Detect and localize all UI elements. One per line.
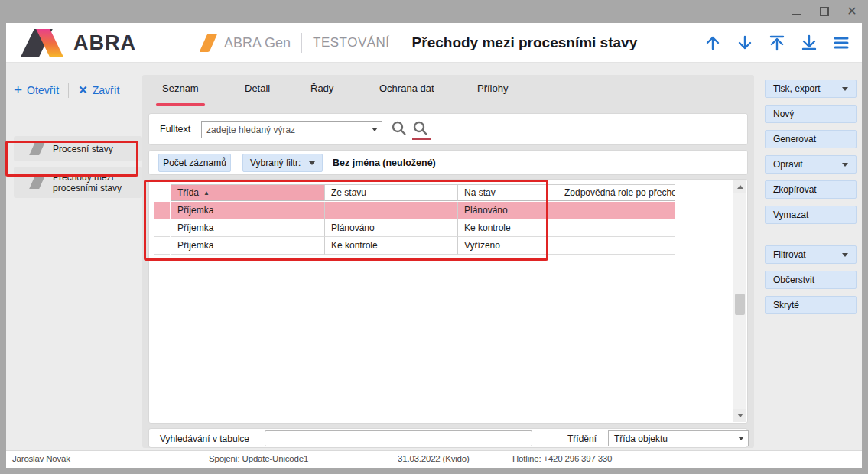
- table-search-input[interactable]: [265, 430, 532, 446]
- abra-slash-icon: [200, 34, 218, 52]
- status-connection: Spojení: Update-Unicode1: [209, 454, 308, 463]
- column-header-trida[interactable]: Třída ▲: [171, 184, 325, 201]
- maximize-icon[interactable]: [819, 6, 830, 17]
- chevron-down-icon: [734, 431, 748, 446]
- abra-logo-icon: [23, 29, 67, 57]
- status-hotline: Hotline: +420 296 397 330: [512, 454, 612, 463]
- open-button[interactable]: + Otevřít: [14, 84, 59, 96]
- column-header-ze-stavu[interactable]: Ze stavu: [325, 184, 458, 201]
- selected-filter-button[interactable]: Vybraný filtr:: [242, 154, 323, 172]
- sort-label: Třídění: [567, 433, 597, 444]
- slash-icon: [29, 142, 45, 155]
- arrow-up-icon[interactable]: [703, 33, 723, 53]
- record-count-button[interactable]: Počet záznamů: [158, 154, 231, 172]
- page-title: Přechody mezi procesními stavy: [412, 34, 638, 51]
- table-row[interactable]: Příjemka Plánováno Ke kontrole: [154, 219, 730, 237]
- close-tab-button[interactable]: ✕ Zavřít: [78, 83, 119, 97]
- scroll-up-icon[interactable]: [733, 180, 746, 193]
- new-button[interactable]: Nový: [765, 105, 857, 123]
- search-advanced-icon[interactable]: [412, 120, 431, 140]
- generate-button[interactable]: Generovat: [765, 130, 857, 148]
- row-indicator: [154, 237, 170, 255]
- hidden-button[interactable]: Skryté: [765, 296, 857, 314]
- plus-icon: +: [14, 85, 22, 96]
- tab-detail[interactable]: Detail: [245, 83, 270, 106]
- table-search-label: Vyhledávání v tabulce: [160, 433, 249, 444]
- scroll-down-icon[interactable]: [733, 409, 746, 422]
- chevron-down-icon: [309, 161, 315, 165]
- close-button-label: Zavřít: [93, 84, 120, 96]
- open-button-label: Otevřít: [27, 84, 59, 96]
- fulltext-input[interactable]: [202, 125, 368, 135]
- fulltext-bar: Fulltext: [148, 113, 748, 145]
- hamburger-menu-icon[interactable]: [831, 33, 851, 53]
- table-row[interactable]: Příjemka Plánováno: [154, 202, 730, 219]
- edit-button[interactable]: Opravit: [765, 155, 857, 174]
- status-user: Jaroslav Novák: [12, 454, 70, 463]
- app-name: ABRA Gen: [224, 35, 291, 51]
- arrow-down-icon[interactable]: [735, 33, 755, 53]
- filter-button[interactable]: Filtrovat: [765, 245, 857, 264]
- chevron-down-icon: [842, 87, 848, 91]
- search-icon[interactable]: [391, 120, 409, 140]
- column-header-role[interactable]: Zodpovědná role po přechodu: [558, 184, 675, 201]
- chevron-down-icon: [842, 163, 848, 167]
- sort-asc-icon: ▲: [203, 190, 210, 196]
- print-export-button[interactable]: Tisk, export: [765, 80, 857, 98]
- table-header-row: Třída ▲ Ze stavu Na stav Zodpovědná role…: [154, 184, 730, 202]
- table-footer-bar: Vyhledávání v tabulce Třídění Třída obje…: [148, 428, 748, 448]
- chevron-down-icon[interactable]: [368, 122, 382, 138]
- abra-logo-text: ABRA: [73, 31, 136, 55]
- records-table: Třída ▲ Ze stavu Na stav Zodpovědná role…: [148, 179, 748, 424]
- app-frame: ABRA ABRA Gen TESTOVÁNÍ Přechody mezi pr…: [6, 23, 862, 468]
- window-controls: ✕: [792, 0, 862, 23]
- tab-ochrana-dat[interactable]: Ochrana dat: [379, 83, 434, 106]
- active-tab-underline: [156, 103, 205, 106]
- arrow-to-bottom-icon[interactable]: [799, 33, 819, 53]
- status-bar: Jaroslav Novák Spojení: Update-Unicode1 …: [6, 450, 862, 468]
- environment-label: TESTOVÁNÍ: [313, 35, 390, 50]
- app-header: ABRA ABRA Gen TESTOVÁNÍ Přechody mezi pr…: [6, 23, 862, 63]
- sidebar-actions: + Otevřít ✕ Zavřít: [14, 83, 119, 98]
- sidebar-item-prechody[interactable]: Přechody mezi procesními stavy: [14, 167, 142, 198]
- chevron-down-icon: [842, 253, 848, 257]
- table-row[interactable]: Příjemka Ke kontrole Vyřízeno: [154, 237, 730, 255]
- copy-button[interactable]: Zkopírovat: [765, 180, 857, 199]
- filter-value-label: Bez jména (neuložené): [333, 157, 436, 168]
- row-indicator-header: [154, 184, 170, 201]
- delete-button[interactable]: Vymazat: [765, 206, 857, 224]
- right-action-panel: Tisk, export Nový Generovat Opravit Zkop…: [760, 75, 862, 448]
- header-nav-icons: [703, 23, 851, 63]
- fulltext-label: Fulltext: [160, 124, 190, 135]
- tab-rady[interactable]: Řady: [310, 83, 333, 106]
- separator: [401, 33, 401, 53]
- status-date: 31.03.2022 (Kvido): [398, 454, 470, 463]
- sidebar-item-procesni-stavy[interactable]: Procesní stavy: [14, 136, 142, 161]
- x-icon: ✕: [78, 83, 88, 97]
- tab-prilohy[interactable]: Přílohy: [477, 83, 508, 106]
- sidebar-item-label: Přechody mezi procesními stavy: [53, 172, 142, 193]
- separator: [301, 33, 302, 53]
- tab-bar: Seznam Detail Řady Ochrana dat Přílohy: [142, 83, 754, 107]
- row-indicator: [154, 202, 170, 219]
- header-breadcrumb: ABRA Gen TESTOVÁNÍ Přechody mezi procesn…: [203, 23, 637, 63]
- abra-logo: ABRA: [23, 29, 136, 57]
- sort-select[interactable]: Třída objektu: [608, 430, 749, 446]
- column-header-na-stav[interactable]: Na stav: [458, 184, 558, 201]
- minimize-icon[interactable]: [792, 6, 802, 17]
- row-indicator: [154, 219, 170, 237]
- close-icon[interactable]: ✕: [847, 6, 857, 17]
- arrow-to-top-icon[interactable]: [767, 33, 787, 53]
- fulltext-combobox[interactable]: [201, 121, 382, 138]
- sidebar-item-label: Procesní stavy: [53, 144, 118, 154]
- refresh-button[interactable]: Občerstvit: [765, 271, 857, 289]
- filter-bar: Počet záznamů Vybraný filtr: Bez jména (…: [148, 150, 748, 175]
- separator: [68, 83, 69, 98]
- table-scrollbar[interactable]: [733, 180, 746, 422]
- table-grid: Třída ▲ Ze stavu Na stav Zodpovědná role…: [154, 184, 730, 255]
- scrollbar-thumb[interactable]: [735, 294, 745, 315]
- slash-icon: [29, 176, 45, 189]
- tab-seznam[interactable]: Seznam: [162, 83, 199, 106]
- window-titlebar: ✕: [0, 0, 868, 23]
- main-panel: Seznam Detail Řady Ochrana dat Přílohy: [142, 75, 754, 448]
